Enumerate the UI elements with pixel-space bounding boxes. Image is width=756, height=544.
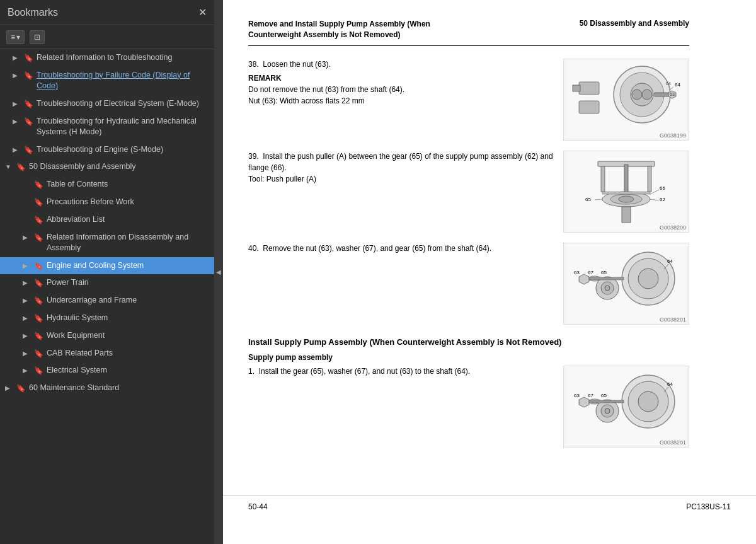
chevron-right-icon: ▶ [23, 313, 32, 323]
sidebar-item-power-train[interactable]: ▶ 🔖 Power Train [0, 274, 214, 292]
sidebar-item-troubleshooting-electrical[interactable]: ▶ 🔖 Troubleshooting of Electrical System… [0, 95, 214, 113]
chevron-right-icon: ▶ [13, 70, 21, 80]
svg-rect-23 [602, 192, 650, 194]
pdf-header-title: Remove and Install Supply Pump Assembly … [248, 19, 469, 40]
step-40-text: 40. Remove the nut (63), washer (67), an… [248, 243, 553, 254]
svg-marker-39 [579, 274, 589, 284]
footer-document-code: PC138US-11 [686, 502, 731, 511]
image-code-install-1: G0038201 [660, 439, 686, 446]
bookmark-button[interactable]: ⊡ [30, 30, 45, 44]
svg-text:64: 64 [667, 381, 673, 387]
pump-diagram-1: 63 64 64 [566, 60, 686, 139]
bookmark-icon: 🔖 [34, 179, 44, 190]
sidebar-item-undercarriage-frame[interactable]: ▶ 🔖 Undercarriage and Frame [0, 292, 214, 310]
svg-rect-10 [579, 82, 599, 95]
close-button[interactable]: ✕ [198, 6, 207, 18]
svg-text:67: 67 [588, 270, 593, 275]
image-code-40: G0038201 [660, 316, 686, 323]
bookmark-icon: 🔖 [34, 295, 44, 306]
svg-text:62: 62 [660, 197, 665, 202]
sidebar-item-engine-cooling[interactable]: ▶ 🔖 Engine and Cooling System [0, 257, 214, 275]
bookmark-icon: 🔖 [34, 214, 44, 226]
chevron-right-icon: ▶ [23, 260, 32, 270]
sidebar-item-precautions-before-work[interactable]: ▶ 🔖 Precautions Before Work [0, 194, 214, 211]
svg-text:66: 66 [660, 185, 665, 191]
section2-title: Install Supply Pump Assembly (When Count… [248, 337, 689, 347]
sidebar-items: ▶ 🔖 Related Information to Troubleshooti… [0, 49, 214, 544]
sidebar-item-related-info-troubleshooting[interactable]: ▶ 🔖 Related Information to Troubleshooti… [0, 49, 214, 67]
sidebar-title: Bookmarks [8, 7, 58, 18]
sidebar-item-troubleshooting-failure-code[interactable]: ▶ 🔖 Troubleshooting by Failure Code (Dis… [0, 67, 214, 95]
chevron-right-icon: ▶ [23, 348, 32, 358]
chevron-right-icon: ▶ [23, 365, 32, 375]
sidebar-item-abbreviation-list[interactable]: ▶ 🔖 Abbreviation List [0, 211, 214, 229]
svg-text:64: 64 [667, 258, 673, 264]
bookmark-icon: 🔖 [24, 144, 34, 156]
bookmark-icon: 🔖 [24, 116, 34, 127]
svg-text:65: 65 [601, 270, 607, 275]
svg-text:63: 63 [670, 92, 675, 96]
svg-point-34 [638, 269, 658, 289]
svg-rect-40 [589, 277, 624, 280]
svg-text:65: 65 [601, 393, 607, 398]
bookmark-icon: 🔖 [34, 313, 44, 324]
sidebar-item-50-disassembly[interactable]: ▼ 🔖 50 Disassembly and Assembly [0, 158, 214, 176]
svg-rect-55 [589, 400, 624, 403]
sidebar-collapse-handle[interactable]: ◀ [214, 0, 223, 544]
chevron-right-icon: ▶ [23, 277, 32, 287]
sidebar-item-table-of-contents[interactable]: ▶ 🔖 Table of Contents [0, 176, 214, 194]
sidebar-item-troubleshooting-hydraulic[interactable]: ▶ 🔖 Troubleshooting for Hydraulic and Me… [0, 113, 214, 141]
sidebar-item-troubleshooting-engine[interactable]: ▶ 🔖 Troubleshooting of Engine (S-Mode) [0, 141, 214, 159]
svg-rect-30 [622, 207, 631, 223]
bookmark-icon: 🔖 [16, 161, 26, 173]
svg-rect-18 [648, 166, 651, 192]
bookmark-icon: 🔖 [34, 232, 44, 243]
pdf-step-38: 38. Loosen the nut (63). REMARK Do not r… [248, 59, 689, 141]
svg-point-49 [638, 391, 658, 412]
sidebar-toolbar: ≡ ▾ ⊡ [0, 25, 214, 49]
list-view-button[interactable]: ≡ ▾ [6, 30, 25, 44]
install-diagram-1: 63 67 65 64 [566, 367, 686, 446]
sidebar-item-work-equipment[interactable]: ▶ 🔖 Work Equipment [0, 327, 214, 345]
svg-marker-54 [579, 397, 589, 407]
svg-text:64: 64 [666, 81, 671, 86]
chevron-right-icon: ▶ [13, 52, 21, 62]
image-code-39: G0038200 [660, 224, 686, 231]
chevron-right-icon: ▶ [13, 98, 21, 108]
bookmark-icon: ⊡ [34, 33, 40, 42]
sidebar-header: Bookmarks ✕ [0, 0, 214, 25]
svg-rect-11 [573, 85, 580, 91]
install-step-1-text: 1. Install the gear (65), washer (67), a… [248, 366, 553, 377]
svg-point-37 [605, 286, 610, 291]
chevron-right-icon: ▶ [23, 295, 32, 305]
main-content: Remove and Install Supply Pump Assembly … [223, 0, 756, 544]
bookmark-icon: 🔖 [34, 277, 44, 289]
step-38-image: 63 64 64 G0038199 [563, 59, 689, 141]
sidebar-item-electrical-system[interactable]: ▶ 🔖 Electrical System [0, 362, 214, 379]
pdf-step-40: 40. Remove the nut (63), washer (67), an… [248, 243, 689, 325]
sidebar-item-cab-related[interactable]: ▶ 🔖 CAB Related Parts [0, 345, 214, 362]
pdf-footer: 50-44 PC138US-11 [223, 495, 756, 518]
chevron-right-icon: ▶ [5, 383, 14, 393]
bookmark-icon: 🔖 [24, 98, 34, 110]
svg-text:64: 64 [675, 82, 680, 88]
bookmark-icon: 🔖 [34, 330, 44, 342]
bookmark-icon: 🔖 [24, 52, 34, 64]
collapse-arrow-icon: ◀ [216, 269, 221, 275]
svg-text:65: 65 [585, 197, 591, 202]
exploded-diagram-1: 63 67 65 64 [566, 244, 686, 323]
svg-text:63: 63 [574, 270, 580, 275]
bookmark-icon: 🔖 [34, 260, 44, 272]
sidebar-item-hydraulic-system[interactable]: ▶ 🔖 Hydraulic System [0, 310, 214, 327]
pdf-install-step-1: 1. Install the gear (65), washer (67), a… [248, 366, 689, 448]
install-step-1-image: 63 67 65 64 G0038201 [563, 366, 689, 448]
sidebar-item-related-info-disassembly[interactable]: ▶ 🔖 Related Information on Disassembly a… [0, 229, 214, 257]
svg-point-22 [619, 196, 634, 202]
sidebar-item-60-maintenance[interactable]: ▶ 🔖 60 Maintenance Standard [0, 379, 214, 397]
pdf-page: Remove and Install Supply Pump Assembly … [223, 0, 714, 483]
sidebar: Bookmarks ✕ ≡ ▾ ⊡ ▶ 🔖 Related Informatio… [0, 0, 214, 544]
chevron-right-icon: ▶ [13, 116, 21, 126]
pdf-header: Remove and Install Supply Pump Assembly … [248, 19, 689, 46]
chevron-right-icon: ▶ [23, 232, 32, 242]
push-puller-diagram: 65 66 62 [566, 152, 686, 231]
